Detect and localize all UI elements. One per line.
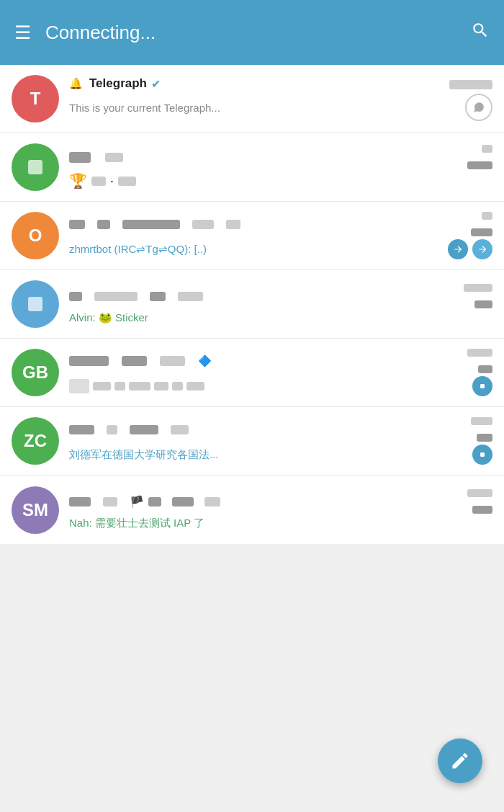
avatar-label: ZC xyxy=(24,431,47,451)
chat-right-side xyxy=(471,417,492,442)
bot-icon xyxy=(472,376,492,396)
avatar: O xyxy=(12,212,59,259)
header: ☰ Connecting... xyxy=(0,0,504,65)
compose-fab[interactable] xyxy=(438,739,482,783)
chat-list: T 🔔 Telegraph ✔ This is your current Tel… xyxy=(0,65,504,544)
svg-rect-1 xyxy=(480,452,485,457)
avatar: T xyxy=(12,75,59,122)
chat-content: 🔔 Telegraph ✔ This is your current Teleg… xyxy=(69,76,492,121)
chat-right-side xyxy=(471,212,492,236)
chat-content: Alvin: 🐸 Sticker xyxy=(69,284,492,324)
chat-item[interactable]: T 🔔 Telegraph ✔ This is your current Tel… xyxy=(0,65,504,133)
chat-right-side xyxy=(464,284,492,308)
chat-preview: This is your current Telegraph... xyxy=(69,102,220,114)
avatar xyxy=(12,143,59,191)
share-icon[interactable] xyxy=(465,94,492,121)
menu-icon[interactable]: ☰ xyxy=(14,22,31,44)
avatar-label: O xyxy=(29,226,42,246)
chat-content: 🔷 xyxy=(69,349,492,396)
avatar-label: GB xyxy=(22,362,48,383)
status-icon xyxy=(448,239,468,259)
avatar-label: T xyxy=(30,89,41,109)
chat-item[interactable]: SM 🏴 xyxy=(0,476,504,544)
avatar-label: SM xyxy=(22,500,48,520)
chat-item[interactable]: Alvin: 🐸 Sticker xyxy=(0,270,504,339)
avatar: GB xyxy=(12,349,59,396)
verified-badge: ✔ xyxy=(151,77,161,91)
status-icon2 xyxy=(472,239,492,259)
chat-preview: zhmrtbot (IRC⇌Tg⇌QQ): [..) xyxy=(69,243,207,256)
chat-item[interactable]: GB 🔷 xyxy=(0,339,504,407)
avatar xyxy=(12,280,59,328)
chat-item[interactable]: O xyxy=(0,202,504,270)
chat-right-side xyxy=(444,78,492,89)
chat-time xyxy=(449,78,492,89)
search-icon[interactable] xyxy=(471,21,490,45)
mute-icon: 🔔 xyxy=(69,77,83,90)
bot-icon xyxy=(472,445,492,465)
chat-content: 刘德军在德国大学研究各国法... xyxy=(69,417,492,465)
emoji-trophy: 🏆 xyxy=(69,172,87,189)
chat-right-side xyxy=(467,489,492,514)
chat-preview: 刘德军在德国大学研究各国法... xyxy=(69,448,219,462)
chat-content: zhmrtbot (IRC⇌Tg⇌QQ): [..) xyxy=(69,212,492,259)
avatar: SM xyxy=(12,486,59,534)
avatar-inner xyxy=(28,297,42,311)
avatar: ZC xyxy=(12,417,59,465)
chat-right-side xyxy=(467,349,492,373)
chat-content: 🏆 · xyxy=(69,145,492,189)
svg-rect-0 xyxy=(480,384,485,388)
chat-name: Telegraph xyxy=(89,76,147,91)
avatar-inner xyxy=(28,160,42,174)
chat-preview: Alvin: 🐸 Sticker xyxy=(69,311,148,324)
chat-preview: Nah: 需要壮士去测试 IAP 了 xyxy=(69,517,204,530)
header-title: Connecting... xyxy=(31,22,471,44)
chat-item[interactable]: ZC 刘德军在德国大学研究各国 xyxy=(0,407,504,476)
chat-item[interactable]: 🏆 · xyxy=(0,133,504,202)
chat-content: 🏴 Nah: 需要壮士去测试 IAP 了 xyxy=(69,489,492,530)
chat-right-side xyxy=(467,145,492,169)
